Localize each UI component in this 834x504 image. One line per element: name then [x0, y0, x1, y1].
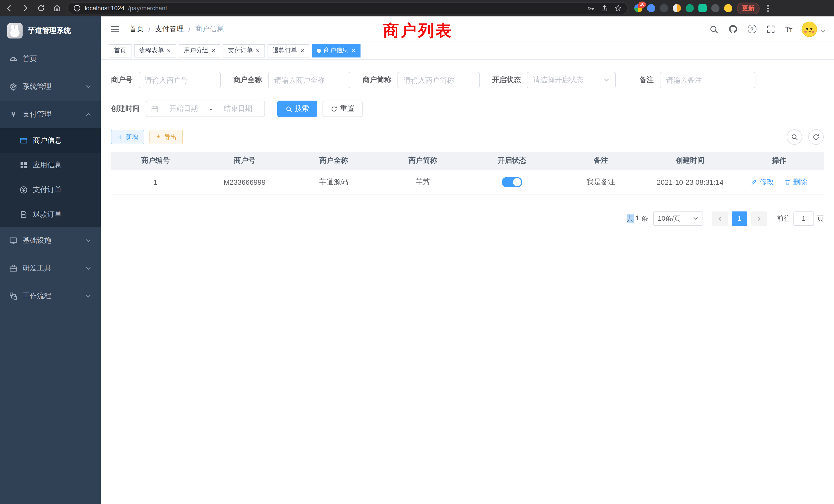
extension-icon-1[interactable]: 10: [634, 4, 642, 12]
extension-icon-3[interactable]: [660, 4, 668, 12]
status-select[interactable]: 请选择开启状态: [527, 72, 616, 88]
reload-icon[interactable]: [37, 4, 45, 12]
page-number-button[interactable]: 1: [732, 211, 747, 226]
prev-page-button[interactable]: [712, 211, 728, 226]
search-button[interactable]: 搜索: [277, 100, 317, 117]
table-header-row: 商户编号 商户号 商户全称 商户简称 开启状态 备注 创建时间 操作: [111, 152, 824, 170]
cell-full-name: 芋道源码: [289, 170, 378, 194]
download-icon: [156, 134, 162, 140]
toggle-search-button[interactable]: [787, 129, 802, 145]
user-avatar[interactable]: [802, 21, 817, 37]
home-icon[interactable]: [53, 4, 61, 12]
sidebar-item-infrastructure[interactable]: 基础设施: [0, 227, 101, 255]
coin-order-icon: [20, 186, 28, 194]
share-icon[interactable]: [600, 4, 609, 12]
extension-icon-8[interactable]: [724, 4, 732, 12]
extension-icon-2[interactable]: [647, 4, 655, 12]
tab-home[interactable]: 首页: [109, 44, 131, 57]
calendar-icon: [151, 105, 159, 113]
sidebar-item-payment[interactable]: ¥ 支付管理: [0, 100, 101, 128]
edit-link[interactable]: 修改: [751, 178, 774, 187]
tab-merchant-info[interactable]: 商户信息×: [312, 44, 360, 57]
browser-update-button[interactable]: 更新: [737, 2, 760, 14]
trash-icon: [784, 179, 791, 186]
export-button[interactable]: 导出: [150, 130, 183, 144]
dashboard-icon: [9, 55, 18, 63]
sidebar-item-workflow[interactable]: 工作流程: [0, 282, 101, 310]
create-time-label: 创建时间: [111, 104, 140, 113]
app-logo[interactable]: 芋道管理系统: [0, 17, 101, 45]
sidebar-item-system[interactable]: 系统管理: [0, 73, 101, 100]
status-toggle[interactable]: [502, 177, 522, 187]
search-icon: [286, 106, 292, 112]
site-info-icon[interactable]: [73, 4, 81, 12]
password-key-icon[interactable]: [587, 4, 595, 12]
close-icon[interactable]: ×: [211, 47, 215, 54]
close-icon[interactable]: ×: [256, 47, 260, 54]
sidebar-toggle-icon[interactable]: [109, 23, 121, 35]
forward-icon[interactable]: [21, 4, 29, 12]
col-full-name: 商户全称: [289, 152, 378, 170]
breadcrumb-home[interactable]: 首页: [129, 24, 144, 33]
short-name-label: 商户简称: [363, 75, 391, 85]
sidebar-item-merchant-info[interactable]: 商户信息: [0, 128, 101, 153]
next-page-button[interactable]: [751, 211, 767, 226]
sidebar-item-label: 基础设施: [23, 236, 51, 245]
chevron-up-icon: [85, 111, 91, 117]
fullscreen-icon[interactable]: [766, 24, 775, 33]
refresh-table-button[interactable]: [808, 129, 824, 145]
tab-pay-orders[interactable]: 支付订单×: [223, 44, 265, 57]
browser-menu-icon[interactable]: [766, 4, 770, 13]
help-icon[interactable]: ?: [747, 25, 756, 33]
sidebar-item-home[interactable]: 首页: [0, 45, 101, 73]
sidebar-item-refund-orders[interactable]: 退款订单: [0, 202, 101, 227]
close-icon[interactable]: ×: [167, 47, 171, 54]
url-path: /pay/merchant: [128, 5, 167, 12]
add-button[interactable]: 新增: [111, 130, 144, 144]
extension-icon-5[interactable]: [686, 4, 694, 12]
tab-process-form[interactable]: 流程表单×: [134, 44, 176, 57]
sidebar-item-label: 工作流程: [23, 292, 51, 301]
delete-link[interactable]: 删除: [784, 178, 807, 187]
merchant-no-label: 商户号: [111, 75, 132, 85]
extension-icon-4[interactable]: [673, 4, 681, 12]
short-name-input[interactable]: [404, 76, 474, 84]
full-name-input[interactable]: [274, 76, 344, 84]
merchant-table: 商户编号 商户号 商户全称 商户简称 开启状态 备注 创建时间 操作 1: [111, 152, 824, 195]
breadcrumb-separator: /: [148, 25, 151, 33]
breadcrumb: 首页 / 支付管理 / 商户信息: [129, 24, 224, 33]
address-bar[interactable]: localhost:1024/pay/merchant: [67, 2, 628, 14]
breadcrumb-payment[interactable]: 支付管理: [155, 24, 184, 33]
sidebar-item-app-info[interactable]: 应用信息: [0, 153, 101, 178]
font-size-icon[interactable]: TT: [785, 25, 792, 33]
avatar-caret-icon[interactable]: [821, 28, 826, 33]
close-icon[interactable]: ×: [352, 47, 355, 54]
sidebar-item-label: 商户信息: [33, 136, 62, 145]
extension-icon-6[interactable]: [698, 4, 707, 12]
date-start-placeholder: 开始日期: [162, 104, 205, 113]
merchant-no-input[interactable]: [145, 76, 215, 84]
extension-icon-7[interactable]: [711, 4, 720, 12]
sidebar-item-pay-orders[interactable]: 支付订单: [0, 178, 101, 202]
github-icon[interactable]: [728, 24, 738, 34]
extension-badge: 10: [638, 2, 646, 8]
reset-button[interactable]: 重置: [323, 100, 363, 117]
back-icon[interactable]: [5, 4, 13, 12]
pencil-icon: [751, 179, 758, 186]
close-icon[interactable]: ×: [301, 47, 304, 54]
remark-label: 备注: [639, 75, 654, 85]
tab-user-group[interactable]: 用户分组×: [178, 44, 220, 57]
sidebar-item-dev-tools[interactable]: 研发工具: [0, 255, 101, 282]
toolbox-icon: [9, 264, 18, 273]
page-size-select[interactable]: 10条/页: [653, 211, 703, 226]
date-range-picker[interactable]: 开始日期 - 结束日期: [146, 100, 265, 117]
header-search-icon[interactable]: [709, 24, 718, 33]
goto-label: 前往: [777, 214, 790, 223]
remark-input[interactable]: [666, 76, 749, 84]
breadcrumb-separator: /: [189, 25, 191, 33]
sidebar-item-label: 首页: [23, 54, 37, 64]
bookmark-star-icon[interactable]: [614, 4, 622, 12]
goto-page-input[interactable]: [793, 211, 814, 226]
col-merchant-id: 商户编号: [111, 152, 200, 170]
tab-refund-orders[interactable]: 退款订单×: [267, 44, 309, 57]
